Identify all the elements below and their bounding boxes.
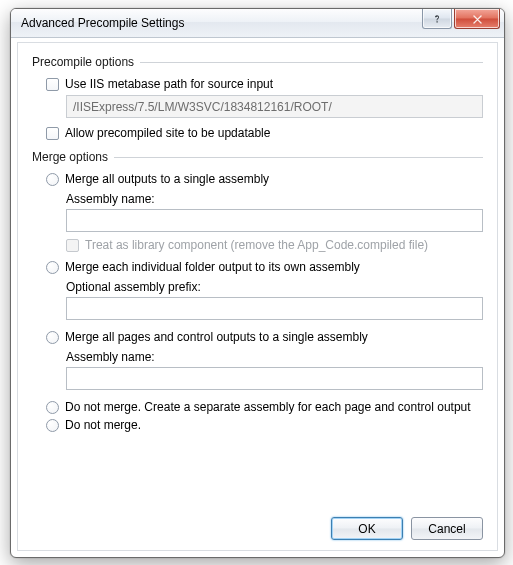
use-iis-label: Use IIS metabase path for source input: [65, 77, 273, 91]
merge-all-single-radio[interactable]: [46, 173, 59, 186]
iis-path-input[interactable]: [66, 95, 483, 118]
divider: [140, 62, 483, 63]
merge-per-folder-label: Merge each individual folder output to i…: [65, 260, 360, 274]
merge-all-single-label: Merge all outputs to a single assembly: [65, 172, 269, 186]
assembly-prefix-label: Optional assembly prefix:: [66, 280, 483, 294]
allow-updatable-label: Allow precompiled site to be updatable: [65, 126, 270, 140]
merge-per-folder-radio[interactable]: [46, 261, 59, 274]
divider: [114, 157, 483, 158]
treat-as-library-label: Treat as library component (remove the A…: [85, 238, 428, 252]
merge-pages-controls-label: Merge all pages and control outputs to a…: [65, 330, 368, 344]
precompile-header-label: Precompile options: [32, 55, 134, 69]
do-not-merge-radio[interactable]: [46, 419, 59, 432]
merge-group-header: Merge options: [32, 150, 483, 164]
merge-header-label: Merge options: [32, 150, 108, 164]
titlebar: Advanced Precompile Settings: [11, 9, 504, 38]
window-title: Advanced Precompile Settings: [21, 16, 184, 30]
help-button[interactable]: [422, 9, 452, 29]
precompile-group-header: Precompile options: [32, 55, 483, 69]
assembly-prefix-input[interactable]: [66, 297, 483, 320]
do-not-merge-separate-radio[interactable]: [46, 401, 59, 414]
cancel-button[interactable]: Cancel: [411, 517, 483, 540]
dialog-window: Advanced Precompile Settings Precompile …: [10, 8, 505, 558]
close-button[interactable]: [454, 9, 500, 29]
do-not-merge-separate-label: Do not merge. Create a separate assembly…: [65, 400, 471, 414]
assembly-name-label-2: Assembly name:: [66, 350, 483, 364]
treat-as-library-checkbox: [66, 239, 79, 252]
assembly-name-input-1[interactable]: [66, 209, 483, 232]
ok-button[interactable]: OK: [331, 517, 403, 540]
use-iis-checkbox[interactable]: [46, 78, 59, 91]
merge-pages-controls-radio[interactable]: [46, 331, 59, 344]
assembly-name-input-2[interactable]: [66, 367, 483, 390]
client-area: Precompile options Use IIS metabase path…: [17, 42, 498, 551]
allow-updatable-checkbox[interactable]: [46, 127, 59, 140]
do-not-merge-label: Do not merge.: [65, 418, 141, 432]
assembly-name-label-1: Assembly name:: [66, 192, 483, 206]
